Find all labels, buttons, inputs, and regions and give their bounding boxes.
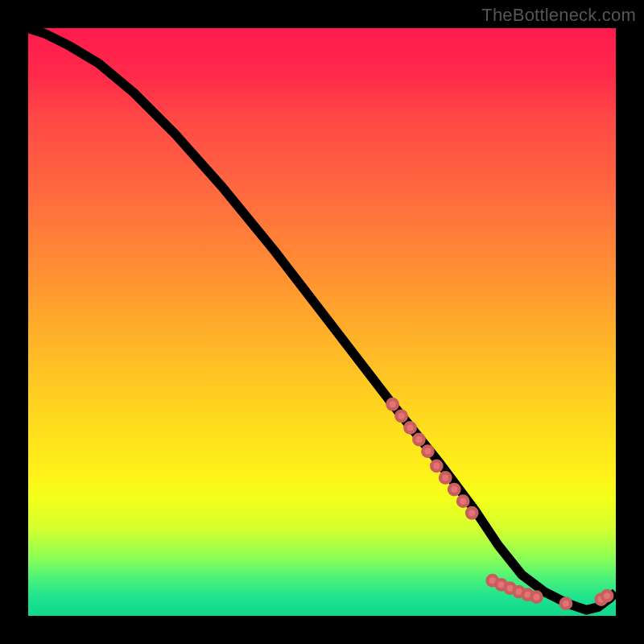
data-marker <box>423 446 432 456</box>
data-marker <box>414 435 423 444</box>
data-marker <box>602 591 612 601</box>
data-marker <box>440 473 450 482</box>
chart-svg <box>28 28 616 616</box>
data-marker <box>387 399 397 409</box>
bottleneck-curve <box>28 28 616 610</box>
data-marker <box>449 485 459 494</box>
marker-group <box>387 399 612 609</box>
data-marker <box>396 411 406 421</box>
data-marker <box>531 592 541 601</box>
watermark-text: TheBottleneck.com <box>481 5 636 26</box>
data-marker <box>467 508 477 518</box>
chart-frame: TheBottleneck.com <box>0 0 644 644</box>
data-marker <box>405 423 415 432</box>
data-marker <box>561 598 571 608</box>
data-marker <box>458 496 468 506</box>
data-marker <box>431 461 441 471</box>
plot-area <box>28 28 616 616</box>
